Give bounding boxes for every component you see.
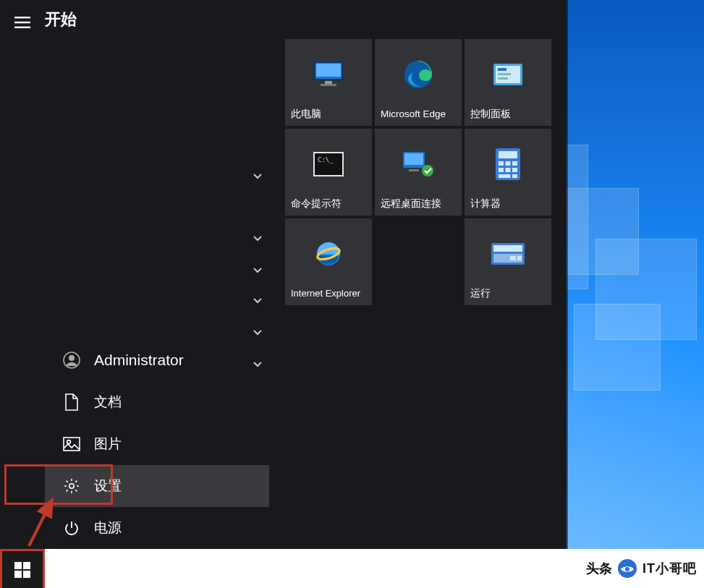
svg-point-6 [67,440,71,444]
start-menu: 开始 Administrator 文档 [0,0,567,549]
start-rail [0,0,45,549]
svg-rect-1 [14,22,30,23]
all-apps-column: Administrator 文档 图片 设置 [45,0,282,549]
settings-button[interactable]: 设置 [45,465,269,507]
tile-calc[interactable]: 计算器 [465,129,551,216]
svg-rect-30 [506,161,511,166]
svg-rect-19 [498,77,508,80]
svg-rect-29 [499,161,504,166]
user-account-button[interactable]: Administrator [45,339,269,381]
tile-rdp[interactable]: 远程桌面连接 [375,129,462,216]
user-icon [62,351,81,369]
svg-rect-33 [506,168,511,172]
svg-rect-46 [23,562,30,569]
svg-rect-17 [498,68,506,71]
svg-rect-28 [499,151,517,158]
tile-label: 远程桌面连接 [381,198,456,210]
run-icon [489,239,527,269]
user-name-label: Administrator [94,351,184,369]
watermark-logo-icon [616,558,638,579]
svg-rect-40 [493,245,522,252]
picture-icon [62,437,81,451]
svg-rect-42 [510,256,516,260]
tile-control-panel[interactable]: 控制面板 [465,39,551,126]
cp-icon [489,59,527,90]
chevron-down-icon[interactable] [249,292,266,310]
svg-rect-45 [14,562,22,569]
tile-label: 计算器 [470,198,546,210]
svg-point-26 [422,165,433,176]
svg-rect-35 [499,174,511,178]
tile-label: 命令提示符 [291,198,366,210]
pictures-button[interactable]: 图片 [45,423,269,465]
svg-text:C:\_: C:\_ [318,156,334,163]
svg-rect-36 [512,174,517,178]
start-button[interactable] [0,549,45,588]
svg-rect-18 [498,73,511,75]
svg-rect-24 [404,153,423,165]
tile-ie[interactable]: Internet Explorer [285,218,372,305]
rdp-icon [399,149,437,179]
start-tiles-grid: 此电脑Microsoft Edge控制面板C:\_命令提示符远程桌面连接计算器I… [282,0,567,549]
svg-rect-43 [517,256,522,260]
document-icon [62,393,81,411]
svg-point-50 [625,567,629,571]
rail-expanded-panel: Administrator 文档 图片 设置 [45,339,269,549]
svg-rect-2 [14,27,30,28]
tile-label: Microsoft Edge [381,108,456,120]
tile-edge[interactable]: Microsoft Edge [375,39,462,126]
tile-this-pc[interactable]: 此电脑 [285,39,372,126]
documents-button[interactable]: 文档 [45,381,269,423]
watermark-brand: IT小哥吧 [642,560,697,577]
chevron-down-icon[interactable] [249,168,266,185]
power-button[interactable]: 电源 [45,507,269,549]
watermark-prefix: 头条 [586,560,612,577]
tile-label: 此电脑 [291,108,366,120]
windows-logo-icon [14,562,30,578]
svg-rect-5 [64,438,80,451]
tile-label: Internet Explorer [291,288,366,299]
svg-rect-34 [512,168,517,172]
power-icon [62,520,81,536]
hamburger-icon [14,17,30,28]
taskbar: 头条 IT小哥吧 [0,549,704,588]
svg-point-7 [69,484,74,488]
gear-icon [62,477,81,495]
cmd-icon: C:\_ [310,149,347,179]
tile-label: 控制面板 [470,108,546,120]
svg-rect-48 [23,571,30,578]
pictures-label: 图片 [94,435,122,453]
svg-rect-25 [409,169,419,171]
tile-label: 运行 [470,288,546,299]
chevron-down-icon[interactable] [249,262,266,279]
tile-run[interactable]: 运行 [465,218,551,305]
chevron-down-icon[interactable] [249,230,266,247]
edge-icon [399,59,437,90]
ie-icon [310,239,347,269]
tile-cmd[interactable]: C:\_命令提示符 [285,129,372,216]
svg-rect-12 [325,81,332,84]
wallpaper-decoration [545,0,704,588]
svg-rect-31 [512,161,517,166]
watermark: 头条 IT小哥吧 [586,549,704,588]
calc-icon [489,149,527,179]
svg-rect-47 [14,571,22,578]
svg-rect-11 [316,64,341,77]
documents-label: 文档 [94,393,122,412]
expand-menu-button[interactable] [0,0,45,45]
svg-rect-0 [14,17,30,18]
svg-rect-32 [499,168,504,172]
svg-rect-13 [321,84,336,86]
power-label: 电源 [94,519,122,537]
svg-point-4 [69,355,75,361]
monitor-icon [310,59,347,90]
settings-label: 设置 [94,477,122,495]
